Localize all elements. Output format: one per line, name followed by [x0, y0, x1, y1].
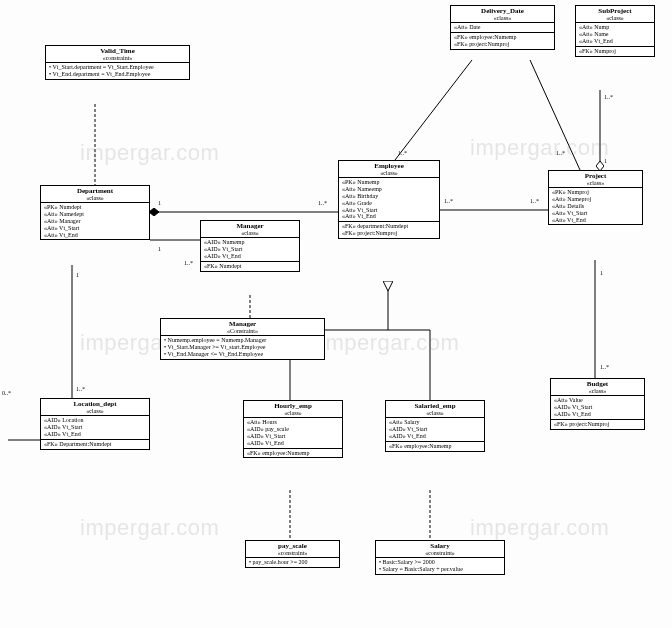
class-stereo: «class» — [204, 230, 296, 236]
attr: • pay_scale.hour >= 200 — [249, 559, 336, 566]
watermark: impergar.com — [80, 515, 219, 541]
attr: «PK» Numdept — [44, 204, 146, 211]
attr: «Att» Nameemp — [342, 186, 436, 193]
class-stereo: «constraint» — [49, 55, 186, 61]
class-title: Location_dept — [44, 400, 146, 408]
connector-layer — [0, 0, 672, 628]
attr: «Att» Salary — [389, 419, 481, 426]
attr: «AID» pay_scale — [247, 426, 339, 433]
mult-proj-budg-1: 1 — [600, 270, 603, 276]
mult-dept-emp-many: 1..* — [318, 200, 327, 206]
class-title: Manager — [164, 320, 321, 328]
attr: «Att» Name — [579, 31, 651, 38]
svg-line-6 — [395, 60, 472, 160]
class-stereo: «constraint» — [379, 550, 501, 556]
constraint-manager: Manager«Constraint» • Numemp.employee = … — [160, 318, 325, 360]
class-stereo: «class» — [579, 15, 651, 21]
class-stereo: «class» — [44, 195, 146, 201]
class-location-dept: Location_dept«class» «AID» Location «AID… — [40, 398, 150, 450]
class-title: Valid_Time — [49, 47, 186, 55]
attr: «Att» Vt_End — [44, 232, 146, 239]
attr: «Att» Date — [454, 24, 551, 31]
class-stereo: «constraint» — [249, 550, 336, 556]
attr: «Att» Vt_Start — [44, 225, 146, 232]
attr: «AID» Vt_End — [247, 440, 339, 447]
constraint-pay-scale: pay_scale«constraint» • pay_scale.hour >… — [245, 540, 340, 568]
attr: • Basic:Salary >= 2000 — [379, 559, 501, 566]
mult-loc-zero: 0..* — [2, 390, 11, 396]
attr: «AID» Numemp — [204, 239, 296, 246]
attr: • Vt_End.Manager <= Vt_End.Employee — [164, 351, 321, 358]
class-stereo: «class» — [554, 388, 641, 394]
fk: «FK» Numproj — [579, 48, 651, 55]
mult-dept-emp-1: 1 — [158, 200, 161, 206]
attr: «Att» Hours — [247, 419, 339, 426]
attr: «AID» Vt_Start — [204, 246, 296, 253]
attr: • Vt_Start.department = Vt_Start.Employe… — [49, 64, 186, 71]
fk: «FK» employee:Numemp — [454, 34, 551, 41]
class-stereo: «Constraint» — [164, 328, 321, 334]
class-department: Department«class» «PK» Numdept «Att» Nam… — [40, 185, 150, 240]
class-title: Manager — [204, 222, 296, 230]
class-title: Department — [44, 187, 146, 195]
mult-dept-loc-1: 1 — [76, 272, 79, 278]
watermark: impergar.com — [80, 140, 219, 166]
mult-emp-proj-many-l: 1..* — [444, 198, 453, 204]
class-title: Employee — [342, 162, 436, 170]
mult-loc-many: 1..* — [76, 386, 85, 392]
mult-dept-mgr-1: 1 — [158, 246, 161, 252]
attr: «AID» Vt_End — [44, 431, 146, 438]
class-title: Project — [552, 172, 639, 180]
attr: «Att» Grade — [342, 200, 436, 207]
class-title: Delivery_Date — [454, 7, 551, 15]
class-title: pay_scale — [249, 542, 336, 550]
fk: «FK» project:Numproj — [342, 230, 436, 237]
class-title: SubProject — [579, 7, 651, 15]
attr: «AID» Vt_Start — [389, 426, 481, 433]
mult-emp-dd: 1..* — [398, 150, 407, 156]
class-stereo: «class» — [454, 15, 551, 21]
attr: «Att» Namedept — [44, 211, 146, 218]
constraint-salary: Salary«constraint» • Basic:Salary >= 200… — [375, 540, 505, 575]
attr: «AID» Vt_Start — [554, 404, 641, 411]
attr: • Salary = Basic:Salary + per.value — [379, 566, 501, 573]
attr: «Att» Nump — [579, 24, 651, 31]
attr: «Att» Manager — [44, 218, 146, 225]
attr: «Att» Vt_Start — [552, 210, 639, 217]
fk: «FK» employee:Numemp — [247, 450, 339, 457]
fk: «FK» Department:Numdept — [44, 441, 146, 448]
class-manager: Manager«class» «AID» Numemp «AID» Vt_Sta… — [200, 220, 300, 272]
mult-budg-many: 1..* — [600, 364, 609, 370]
class-valid-time: Valid_Time«constraint» • Vt_Start.depart… — [45, 45, 190, 80]
attr: «AID» Vt_End — [204, 253, 296, 260]
attr: «Att» Details — [552, 203, 639, 210]
attr: «PK» Numemp — [342, 179, 436, 186]
watermark: impergar.com — [320, 330, 459, 356]
attr: «AID» Vt_Start — [247, 433, 339, 440]
class-stereo: «class» — [342, 170, 436, 176]
class-hourly-emp: Hourly_emp«class» «Att» Hours «AID» pay_… — [243, 400, 343, 458]
attr: «AID» Vt_End — [389, 433, 481, 440]
class-delivery-date: Delivery_Date«class» «Att» Date «FK» emp… — [450, 5, 555, 50]
attr: «Att» Vt_End — [579, 38, 651, 45]
class-budget: Budget«class» «Att» Value «AID» Vt_Start… — [550, 378, 645, 430]
class-stereo: «class» — [552, 180, 639, 186]
class-title: Salary — [379, 542, 501, 550]
svg-line-7 — [530, 60, 580, 170]
fk: «FK» project:Numproj — [554, 421, 641, 428]
attr: • Vt_End.department = Vt_End.Employee — [49, 71, 186, 78]
attr: «AID» Vt_End — [554, 411, 641, 418]
mult-sub-many: 1..* — [604, 94, 613, 100]
class-stereo: «class» — [389, 410, 481, 416]
class-title: Hourly_emp — [247, 402, 339, 410]
fk: «FK» project:Numproj — [454, 41, 551, 48]
class-title: Budget — [554, 380, 641, 388]
attr: «Att» Birthday — [342, 193, 436, 200]
attr: «Att» Vt_Start — [342, 207, 436, 214]
class-title: Salaried_emp — [389, 402, 481, 410]
mult-proj-sub-1: 1 — [604, 158, 607, 164]
attr: «AID» Vt_Start — [44, 424, 146, 431]
attr: «PK» Numproj — [552, 189, 639, 196]
attr: «AID» Location — [44, 417, 146, 424]
watermark: impergar.com — [470, 135, 609, 161]
